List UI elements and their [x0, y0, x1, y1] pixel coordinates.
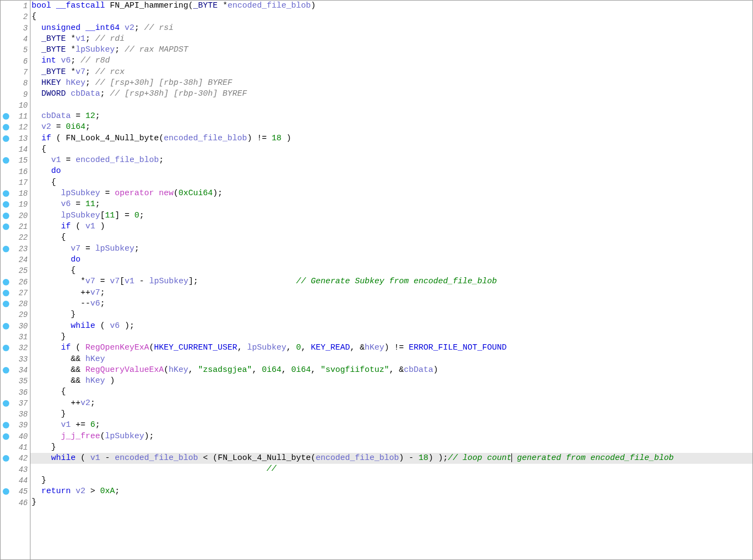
code-line[interactable]: { — [30, 144, 752, 155]
breakpoint-dot[interactable] — [3, 135, 9, 142]
code-line[interactable]: v2 = 0i64; — [30, 122, 752, 133]
code-line[interactable]: bool __fastcall FN_API_hammering(_BYTE *… — [30, 1, 752, 11]
code-line[interactable]: if ( FN_Look_4_Null_byte(encoded_file_bl… — [30, 133, 752, 144]
gutter-line[interactable]: 14 — [1, 144, 30, 155]
code-line[interactable]: do — [30, 254, 752, 265]
gutter-line[interactable]: 30 — [1, 321, 30, 332]
gutter-line[interactable]: 38 — [1, 409, 30, 420]
gutter-line[interactable]: 44 — [1, 475, 30, 486]
code-line[interactable]: } — [30, 442, 752, 453]
code-area[interactable]: bool __fastcall FN_API_hammering(_BYTE *… — [30, 1, 752, 559]
gutter-line[interactable]: 41 — [1, 442, 30, 453]
breakpoint-dot[interactable] — [3, 223, 9, 230]
code-line[interactable]: DWORD cbData; // [rsp+38h] [rbp-30h] BYR… — [30, 89, 752, 99]
gutter-line[interactable]: 12 — [1, 122, 30, 133]
gutter-line[interactable]: 34 — [1, 365, 30, 376]
gutter-line[interactable]: 18 — [1, 188, 30, 199]
code-line[interactable]: v1 = encoded_file_blob; — [30, 155, 752, 166]
gutter-line[interactable]: 35 — [1, 376, 30, 387]
breakpoint-dot[interactable] — [3, 279, 9, 285]
code-line[interactable]: v1 += 6; — [30, 420, 752, 431]
code-line[interactable]: lpSubkey = operator new(0xCui64); — [30, 188, 752, 199]
gutter-line[interactable]: 28 — [1, 298, 30, 309]
code-line[interactable]: if ( v1 ) — [30, 221, 752, 232]
breakpoint-dot[interactable] — [3, 246, 9, 252]
gutter-line[interactable]: 7 — [1, 67, 30, 78]
breakpoint-dot[interactable] — [3, 400, 9, 407]
breakpoint-dot[interactable] — [3, 290, 9, 296]
gutter-line[interactable]: 24 — [1, 254, 30, 265]
gutter-line[interactable]: 3 — [1, 23, 30, 34]
gutter-line[interactable]: 6 — [1, 55, 30, 66]
gutter-line[interactable]: 39 — [1, 420, 30, 431]
gutter-line[interactable]: 31 — [1, 332, 30, 343]
code-line[interactable]: do — [30, 166, 752, 177]
gutter-line[interactable]: 20 — [1, 210, 30, 221]
code-line[interactable]: HKEY hKey; // [rsp+30h] [rbp-38h] BYREF — [30, 78, 752, 89]
code-line[interactable]: _BYTE *lpSubkey; // rax MAPDST — [30, 45, 752, 55]
gutter-line[interactable]: 11 — [1, 111, 30, 122]
gutter-line[interactable]: 22 — [1, 232, 30, 243]
gutter-line[interactable]: 15 — [1, 155, 30, 166]
gutter-line[interactable]: 40 — [1, 431, 30, 442]
code-line[interactable]: } — [30, 309, 752, 320]
code-line[interactable]: v6 = 11; — [30, 199, 752, 210]
breakpoint-dot[interactable] — [3, 323, 9, 329]
gutter-line[interactable]: 33 — [1, 354, 30, 365]
gutter-line[interactable]: 9 — [1, 89, 30, 99]
code-line[interactable]: *v7 = v7[v1 - lpSubkey]; // Generate Sub… — [30, 276, 752, 287]
breakpoint-dot[interactable] — [3, 367, 9, 374]
code-line[interactable]: while ( v1 - encoded_file_blob < (FN_Loo… — [30, 453, 752, 464]
code-line[interactable]: lpSubkey[11] = 0; — [30, 210, 752, 221]
gutter-line[interactable]: 36 — [1, 387, 30, 397]
code-line[interactable]: ++v7; — [30, 288, 752, 298]
gutter-line[interactable]: 45 — [1, 486, 30, 497]
breakpoint-dot[interactable] — [3, 213, 9, 219]
code-line[interactable]: { — [30, 387, 752, 397]
code-line[interactable]: && hKey — [30, 354, 752, 365]
gutter-line[interactable]: 25 — [1, 265, 30, 276]
code-line[interactable]: { — [30, 265, 752, 276]
gutter-line[interactable]: 10 — [1, 100, 30, 111]
gutter-line[interactable]: 26 — [1, 276, 30, 287]
code-line[interactable]: && hKey ) — [30, 376, 752, 387]
code-line[interactable] — [30, 100, 752, 111]
code-line[interactable]: } — [30, 497, 752, 508]
gutter-line[interactable]: 8 — [1, 78, 30, 89]
code-line[interactable]: int v6; // r8d — [30, 55, 752, 66]
gutter-line[interactable]: 4 — [1, 34, 30, 45]
breakpoint-dot[interactable] — [3, 433, 9, 440]
code-line[interactable]: _BYTE *v1; // rdi — [30, 34, 752, 45]
code-line[interactable]: cbData = 12; — [30, 111, 752, 122]
gutter-line[interactable]: 19 — [1, 199, 30, 210]
code-line[interactable]: { — [30, 177, 752, 188]
code-line[interactable]: unsigned __int64 v2; // rsi — [30, 23, 752, 34]
gutter-line[interactable]: 1 — [1, 1, 30, 11]
code-line[interactable]: } — [30, 332, 752, 343]
gutter-line[interactable]: 2 — [1, 11, 30, 22]
code-line[interactable]: --v6; — [30, 298, 752, 309]
gutter-line[interactable]: 29 — [1, 309, 30, 320]
code-line[interactable]: _BYTE *v7; // rcx — [30, 67, 752, 78]
code-line[interactable]: if ( RegOpenKeyExA(HKEY_CURRENT_USER, lp… — [30, 343, 752, 353]
breakpoint-dot[interactable] — [3, 113, 9, 120]
code-line[interactable]: v7 = lpSubkey; — [30, 244, 752, 254]
code-line[interactable]: j_j_free(lpSubkey); — [30, 431, 752, 442]
gutter-line[interactable]: 21 — [1, 221, 30, 232]
code-line[interactable]: { — [30, 11, 752, 22]
gutter-line[interactable]: 13 — [1, 133, 30, 144]
gutter-line[interactable]: 37 — [1, 398, 30, 409]
gutter-line[interactable]: 43 — [1, 464, 30, 475]
gutter-line[interactable]: 5 — [1, 45, 30, 55]
gutter-line[interactable]: 17 — [1, 177, 30, 188]
code-line[interactable]: } — [30, 475, 752, 486]
gutter-line[interactable]: 42 — [1, 453, 30, 464]
gutter-line[interactable]: 46 — [1, 497, 30, 508]
code-line[interactable]: while ( v6 ); — [30, 321, 752, 332]
gutter-line[interactable]: 32 — [1, 343, 30, 353]
code-line[interactable]: // — [30, 464, 752, 475]
gutter-line[interactable]: 16 — [1, 166, 30, 177]
gutter-line[interactable]: 27 — [1, 288, 30, 298]
code-line[interactable]: } — [30, 409, 752, 420]
code-line[interactable]: { — [30, 232, 752, 243]
